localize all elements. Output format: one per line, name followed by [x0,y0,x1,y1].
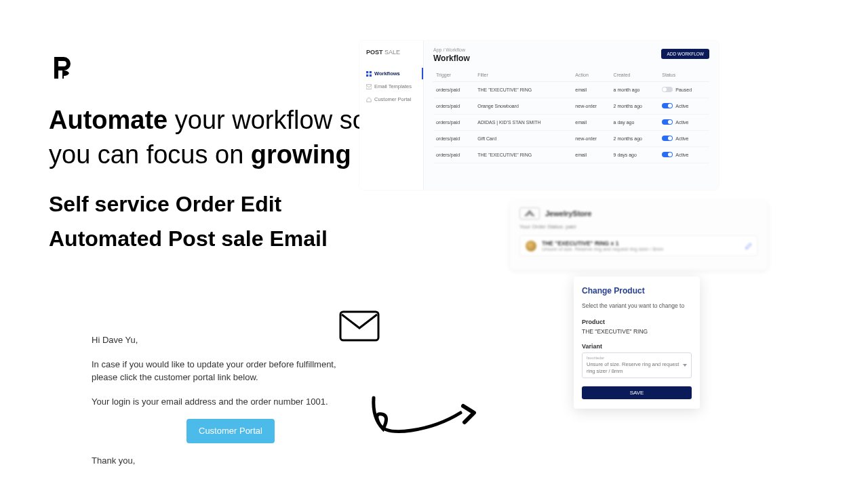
cell-action: new-order [572,98,610,115]
svg-rect-0 [340,312,378,340]
status-label: Active [675,136,688,141]
cell-status: Active [659,115,709,131]
status-label: Active [675,120,688,125]
arrow-icon [368,395,477,449]
variant-select[interactable]: favoritedar Unsure of size. Reserve ring… [582,352,692,378]
status-toggle[interactable] [662,103,673,108]
variant-selected-value: Unsure of size. Reserve ring and request… [587,361,679,374]
svg-rect-5 [366,84,372,88]
brand-part-1: POST [366,49,383,56]
svg-rect-3 [366,74,368,76]
save-button[interactable]: SAVE [582,386,692,399]
svg-rect-4 [370,74,372,76]
cell-trigger: orders/paid [433,115,475,131]
envelope-icon [339,310,380,342]
status-toggle[interactable] [662,136,673,141]
edit-icon[interactable] [745,243,752,249]
cell-status: Active [659,98,709,115]
nav-email-templates-label: Email Templates [374,83,412,89]
email-closing: Thank you, [92,454,363,468]
product-thumb-icon [526,241,536,251]
cell-filter: Gift Card [475,131,572,147]
workflow-table: Trigger Filter Action Created Status ord… [433,68,709,163]
email-body-1: In case if you would like to update your… [92,358,363,384]
cell-created: 2 months ago [611,98,660,115]
status-label: Paused [675,87,692,92]
email-body-2: Your login is your email address and the… [92,395,363,409]
status-toggle[interactable] [662,87,673,92]
variant-small-label: favoritedar [587,356,687,361]
product-field-value: THE "EXECUTIVE" RING [582,328,692,335]
status-label: Active [675,152,688,157]
table-row[interactable]: orders/paidOrange Snowboardnew-order2 mo… [433,98,709,115]
cell-created: a month ago [611,82,660,98]
tagline-bold-1: Automate [49,106,167,134]
item-title: THE "EXECUTIVE" RING x 1 [542,240,740,247]
table-row[interactable]: orders/paidTHE "EXECUTIVE" RINGemail9 da… [433,147,709,163]
change-subtitle: Select the variant you want to change to [582,302,692,309]
table-row[interactable]: orders/paidADIDAS | KID'S STAN SMITHemai… [433,115,709,131]
change-title: Change Product [582,286,692,296]
cell-trigger: orders/paid [433,98,475,115]
col-trigger: Trigger [433,68,475,82]
nav-workflows-label: Workflows [374,70,400,77]
nav-customer-portal-label: Customer Portal [374,96,411,102]
chevron-down-icon [683,364,687,367]
status-toggle[interactable] [662,152,673,157]
order-status-text: Your Order Status: paid [519,224,758,230]
col-filter: Filter [475,68,572,82]
nav-list: Workflows Email Templates Customer Porta… [359,64,423,109]
subhead-post-sale-email: Automated Post sale Email [49,226,401,251]
order-status-card: JewelryStore Your Order Status: paid THE… [510,201,768,270]
app-brand: POST SALE [359,41,423,64]
col-action: Action [572,68,610,82]
add-workflow-button[interactable]: ADD WORKFLOW [661,49,709,59]
workflow-app-panel: POST SALE Workflows Email Templates Cust… [359,41,719,190]
table-row[interactable]: orders/paidGift Cardnew-order2 months ag… [433,131,709,147]
subhead-order-edit: Self service Order Edit [49,192,401,217]
nav-customer-portal[interactable]: Customer Portal [359,94,423,105]
tagline-bold-2: growing [251,140,351,169]
table-row[interactable]: orders/paidTHE "EXECUTIVE" RINGemaila mo… [433,82,709,98]
cell-status: Active [659,147,709,163]
store-logo-icon [519,207,540,220]
status-label: Active [675,104,688,108]
mail-icon [366,84,372,89]
brand-part-2: SALE [383,49,401,56]
item-variant: Unsure of size. Reserve ring and request… [542,247,740,251]
cell-filter: Orange Snowboard [475,98,572,115]
email-preview: Hi Dave Yu, In case if you would like to… [92,333,363,478]
nav-email-templates[interactable]: Email Templates [359,81,423,92]
cell-status: Active [659,131,709,147]
headline-tagline: Automate your workflow so you can focus … [49,103,401,173]
svg-rect-2 [370,71,372,73]
col-status: Status [659,68,709,82]
email-greeting: Hi Dave Yu, [92,333,363,347]
col-created: Created [611,68,660,82]
cell-trigger: orders/paid [433,82,475,98]
cell-trigger: orders/paid [433,131,475,147]
app-main: App / Workflow Workflow ADD WORKFLOW Tri… [424,41,719,170]
cell-action: email [572,147,610,163]
app-sidebar: POST SALE Workflows Email Templates Cust… [359,41,424,190]
variant-field-label: Variant [582,343,692,350]
cell-trigger: orders/paid [433,147,475,163]
order-line-item: THE "EXECUTIVE" RING x 1 Unsure of size.… [519,235,758,256]
cell-created: 9 days ago [611,147,660,163]
cell-action: email [572,82,610,98]
cell-status: Paused [659,82,709,98]
cell-filter: THE "EXECUTIVE" RING [475,147,572,163]
home-icon [366,97,372,102]
status-toggle[interactable] [662,119,673,125]
cell-created: a day ago [611,115,660,131]
grid-icon [366,71,372,77]
logo-icon [49,54,76,81]
cell-action: email [572,115,610,131]
product-field-label: Product [582,319,692,325]
customer-portal-button[interactable]: Customer Portal [186,419,275,443]
change-product-panel: Change Product Select the variant you wa… [574,277,700,409]
store-name: JewelryStore [545,209,591,218]
cell-action: new-order [572,131,610,147]
svg-rect-1 [366,71,368,73]
nav-workflows[interactable]: Workflows [359,68,423,79]
